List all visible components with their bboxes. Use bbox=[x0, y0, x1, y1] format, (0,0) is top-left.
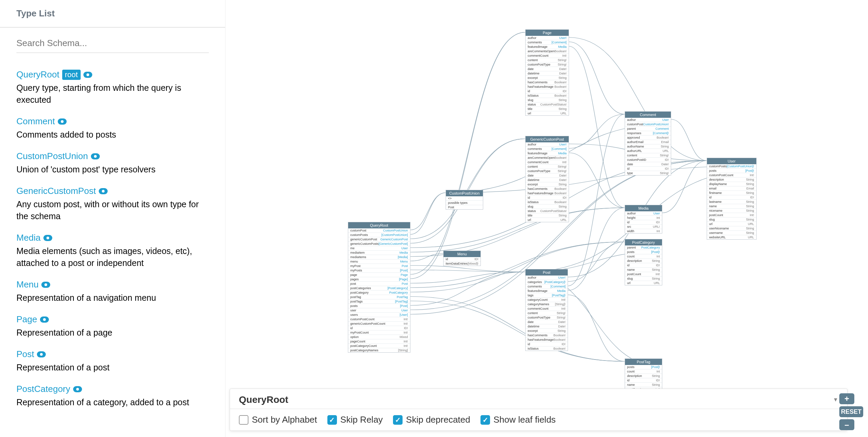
node-field: meUser bbox=[348, 246, 410, 251]
node-field: slugString bbox=[625, 277, 662, 281]
node-field: idID! bbox=[526, 342, 568, 347]
controls-title: QueryRoot bbox=[239, 394, 288, 405]
eye-icon[interactable] bbox=[37, 351, 46, 357]
option-skip-relay[interactable]: Skip Relay bbox=[327, 414, 383, 425]
graph-canvas[interactable]: QueryRootcustomPostCustomPostUnioncustom… bbox=[226, 0, 868, 437]
node-comment[interactable]: CommentauthorUsercustomPostCustomPostUni… bbox=[625, 111, 671, 175]
node-field: customPostCustomPostUnion bbox=[348, 228, 410, 233]
type-name: Media bbox=[16, 232, 52, 243]
type-name: Menu bbox=[16, 279, 50, 290]
node-field: statusCustomPostStatus! bbox=[526, 209, 569, 213]
type-list-sidebar: Type List QueryRoot root Query type, sta… bbox=[0, 0, 226, 437]
node-header: PostCategory bbox=[625, 239, 662, 245]
option-skip-deprecated[interactable]: Skip deprecated bbox=[393, 414, 470, 425]
type-item-custompostunion[interactable]: CustomPostUnion Union of 'custom post' t… bbox=[16, 151, 209, 175]
checkbox-icon[interactable] bbox=[327, 415, 337, 425]
eye-icon[interactable] bbox=[58, 118, 67, 125]
node-field: pageCountInt! bbox=[348, 339, 410, 344]
controls-header[interactable]: QueryRoot ▼ bbox=[230, 389, 847, 409]
checkbox-icon[interactable] bbox=[239, 415, 248, 425]
node-field: idID! bbox=[625, 220, 662, 225]
type-description: Representation of a page bbox=[16, 327, 209, 339]
node-genericcustompost[interactable]: GenericCustomPostauthorUser!comments[Com… bbox=[525, 136, 569, 222]
node-field: postCategoryNames[String] bbox=[348, 348, 410, 352]
node-field: idID! bbox=[625, 378, 662, 383]
eye-icon[interactable] bbox=[99, 188, 108, 194]
node-field: areCommentsOpenBoolean! bbox=[526, 49, 569, 54]
type-item-post[interactable]: Post Representation of a post bbox=[16, 349, 209, 373]
option-show-leaf-fields[interactable]: Show leaf fields bbox=[480, 414, 556, 425]
node-user[interactable]: UsercustomPosts[CustomPostUnion]!posts[P… bbox=[707, 158, 757, 240]
eye-icon[interactable] bbox=[83, 72, 92, 78]
node-field: srcURL! bbox=[625, 225, 662, 229]
eye-icon[interactable] bbox=[40, 316, 49, 323]
zoom-reset-button[interactable]: RESET bbox=[839, 406, 863, 417]
node-field: hasFeaturedImageBoolean! bbox=[526, 338, 568, 342]
zoom-controls: + RESET – bbox=[839, 393, 863, 430]
type-item-media[interactable]: Media Media elements (such as images, vi… bbox=[16, 232, 209, 269]
type-item-comment[interactable]: Comment Comments added to posts bbox=[16, 116, 209, 141]
node-field: idID! bbox=[526, 196, 569, 200]
node-field: datetimeDate! bbox=[526, 178, 569, 182]
node-field: Post bbox=[446, 205, 483, 209]
node-header: QueryRoot bbox=[348, 222, 410, 228]
node-field: hasCommentsBoolean! bbox=[526, 333, 568, 338]
node-header: User bbox=[707, 158, 756, 164]
node-field: countInt bbox=[625, 254, 662, 259]
checkbox-icon[interactable] bbox=[480, 415, 490, 425]
node-field: descriptionString bbox=[625, 374, 662, 378]
node-field: customPosts[CustomPostUnion] bbox=[348, 233, 410, 237]
node-media[interactable]: MediaauthorUserheightIntidID!srcURL!widt… bbox=[625, 205, 662, 234]
node-field: genericCustomPostCountInt! bbox=[348, 322, 410, 326]
type-item-menu[interactable]: Menu Representation of a navigation menu bbox=[16, 279, 209, 304]
type-description: Union of 'custom post' type resolvers bbox=[16, 164, 209, 175]
root-badge: root bbox=[62, 70, 81, 80]
node-field: idID! bbox=[625, 167, 671, 171]
type-item-postcategory[interactable]: PostCategory Representation of a categor… bbox=[16, 384, 209, 408]
type-name: Comment bbox=[16, 116, 67, 127]
node-field: isStatusBoolean! bbox=[526, 94, 569, 98]
zoom-out-button[interactable]: – bbox=[839, 419, 854, 430]
node-field: widthInt bbox=[625, 229, 662, 233]
type-item-genericcustompost[interactable]: GenericCustomPost Any custom post, with … bbox=[16, 186, 209, 222]
node-field: pages[Page] bbox=[348, 277, 410, 282]
node-field: hasFeaturedImageBoolean! bbox=[526, 85, 569, 89]
search-input[interactable] bbox=[16, 34, 209, 53]
type-item-page[interactable]: Page Representation of a page bbox=[16, 314, 209, 339]
node-field: heightInt bbox=[625, 216, 662, 220]
eye-icon[interactable] bbox=[43, 235, 52, 241]
node-field: authorUser bbox=[625, 211, 662, 216]
node-field: commentCountInt! bbox=[526, 54, 569, 58]
node-field: customPosts[CustomPostUnion]! bbox=[707, 164, 756, 169]
zoom-in-button[interactable]: + bbox=[839, 393, 854, 404]
node-post[interactable]: PostauthorUser!categories[PostCategory]!… bbox=[525, 269, 568, 351]
node-field: itemDataEntries[Mixed]! bbox=[444, 262, 480, 266]
type-name: QueryRoot root bbox=[16, 69, 92, 80]
node-field: dateDate! bbox=[526, 320, 568, 324]
node-field: postCategoryPostCategory bbox=[348, 291, 410, 295]
option-sort-by-alphabet[interactable]: Sort by Alphabet bbox=[239, 414, 317, 425]
controls-options: Sort by AlphabetSkip RelaySkip deprecate… bbox=[230, 409, 847, 431]
eye-icon[interactable] bbox=[91, 153, 100, 159]
node-custompostunion[interactable]: CustomPostUnion<>possible typesPost bbox=[446, 190, 483, 210]
node-field: nameString bbox=[707, 204, 756, 209]
eye-icon[interactable] bbox=[41, 282, 50, 288]
node-field: areCommentsOpenBoolean! bbox=[526, 156, 569, 160]
node-field: isStatusBoolean! bbox=[526, 200, 569, 205]
node-field: pagePage bbox=[348, 273, 410, 277]
node-menu[interactable]: MenuidID!itemDataEntries[Mixed]! bbox=[443, 251, 481, 266]
type-item-queryroot[interactable]: QueryRoot root Query type, starting from… bbox=[16, 69, 209, 106]
node-postcategory[interactable]: PostCategoryparentPostCategoryposts[Post… bbox=[625, 239, 662, 285]
node-field: comments[Comment] bbox=[526, 40, 569, 45]
node-field: idID! bbox=[526, 89, 569, 94]
checkbox-icon[interactable] bbox=[393, 415, 403, 425]
type-description: Comments added to posts bbox=[16, 129, 209, 141]
node-field: urlURL bbox=[526, 111, 569, 115]
eye-icon[interactable] bbox=[73, 386, 82, 392]
sidebar-header: Type List bbox=[0, 0, 225, 28]
node-page[interactable]: PageauthorUser!comments[Comment]featured… bbox=[525, 29, 569, 116]
node-field: genericCustomPosts[GenericCustomPost] bbox=[348, 242, 410, 246]
node-field: customPostCountInt! bbox=[707, 173, 756, 178]
node-queryroot[interactable]: QueryRootcustomPostCustomPostUnioncustom… bbox=[348, 222, 410, 353]
node-field: customPostTypeString! bbox=[526, 315, 568, 320]
